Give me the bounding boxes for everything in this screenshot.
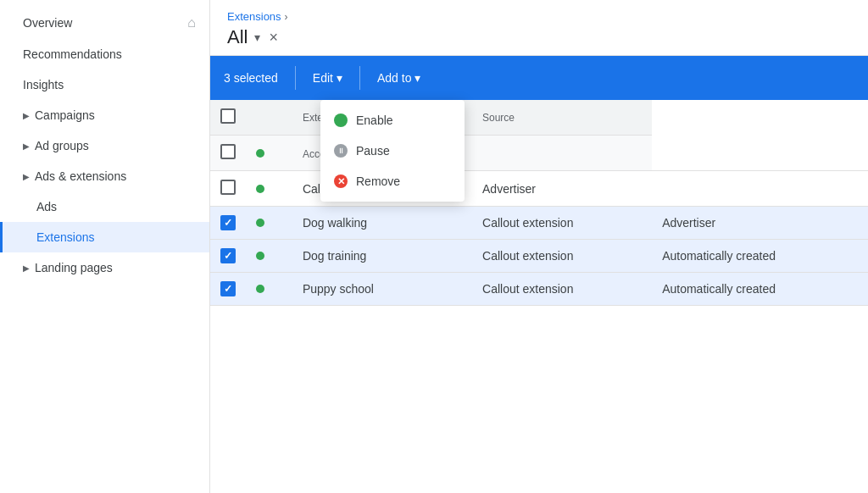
sidebar-item-label: Ad groups [35, 139, 89, 152]
table-row: Dog walking Callout extension Advertiser [210, 207, 868, 240]
status-dot [256, 219, 264, 227]
sidebar-item-label: Insights [23, 78, 64, 91]
edit-dropdown-menu: Enable Pause ✕ Remove [320, 100, 465, 202]
row-status-cell [246, 171, 292, 207]
table-row: Callout extension Advertiser [210, 171, 868, 207]
sidebar-item-ads[interactable]: Ads [0, 191, 209, 222]
sidebar: Overview ⌂ Recommendations Insights ▶ Ca… [0, 0, 210, 493]
header-status [246, 100, 292, 136]
dropdown-arrow-icon[interactable]: ▾ [254, 30, 260, 44]
header: Extensions › All ▾ × [210, 0, 868, 56]
row-source: Advertiser [652, 207, 868, 240]
sidebar-item-label: Campaigns [35, 108, 95, 122]
pause-label: Pause [356, 144, 390, 158]
row-extension-type: Callout extension [472, 240, 652, 273]
remove-label: Remove [356, 174, 400, 188]
table-header-row: Extension type Source [210, 100, 868, 136]
sidebar-item-label: Extensions [36, 230, 94, 244]
row-status-cell [246, 273, 292, 306]
breadcrumb: Extensions › [227, 10, 851, 23]
sidebar-item-extensions[interactable]: Extensions [0, 222, 209, 252]
menu-item-pause[interactable]: Pause [320, 136, 465, 166]
row-checkbox[interactable] [220, 144, 236, 159]
row-checkbox[interactable] [220, 281, 236, 296]
status-dot [256, 149, 264, 158]
add-to-label: Add to [377, 71, 411, 85]
toolbar: 3 selected Edit ▾ Add to ▾ Enable Pause … [210, 56, 868, 100]
menu-item-enable[interactable]: Enable [320, 105, 465, 136]
sidebar-item-label: Recommendations [23, 47, 122, 61]
sidebar-item-landing-pages[interactable]: ▶ Landing pages [0, 252, 209, 283]
table-row: Dog training Callout extension Automatic… [210, 240, 868, 273]
sidebar-item-ads-extensions[interactable]: ▶ Ads & extensions [0, 161, 209, 191]
sidebar-item-label: Overview [23, 16, 72, 30]
sidebar-item-label: Ads [36, 200, 57, 213]
sidebar-item-overview[interactable]: Overview ⌂ [0, 7, 209, 39]
home-icon: ⌂ [187, 15, 196, 30]
arrow-icon: ▶ [23, 263, 30, 273]
status-dot [256, 252, 264, 260]
header-checkbox-cell [210, 100, 246, 136]
selected-count: 3 selected [224, 71, 278, 85]
edit-dropdown-icon: ▾ [337, 71, 342, 85]
row-extension-type: Callout extension [472, 207, 652, 240]
status-dot [256, 185, 264, 193]
extensions-table: Extension type Source Account [210, 100, 868, 306]
edit-button[interactable]: Edit ▾ [299, 64, 356, 91]
page-title: All [227, 26, 248, 48]
arrow-icon: ▶ [23, 111, 30, 120]
header-source: Source [472, 100, 652, 136]
page-title-row: All ▾ × [227, 26, 851, 48]
row-checkbox-cell [210, 171, 246, 207]
sidebar-item-label: Landing pages [35, 261, 113, 274]
main-content: Extensions › All ▾ × 3 selected Edit ▾ A… [210, 0, 868, 493]
row-name: Dog training [292, 240, 472, 273]
pause-status-icon [334, 144, 348, 158]
enable-label: Enable [356, 114, 393, 127]
close-button[interactable]: × [269, 29, 278, 47]
row-checkbox-cell [210, 273, 246, 306]
sidebar-item-label: Ads & extensions [35, 169, 126, 183]
row-source: Advertiser [472, 171, 652, 207]
row-status-cell [246, 207, 292, 240]
row-checkbox-cell [210, 240, 246, 273]
row-extension-type: Callout extension [472, 273, 652, 306]
select-all-checkbox[interactable] [220, 108, 236, 124]
sidebar-item-campaigns[interactable]: ▶ Campaigns [0, 100, 209, 130]
add-to-button[interactable]: Add to ▾ [364, 64, 434, 91]
add-to-dropdown-icon: ▾ [415, 71, 420, 85]
toolbar-divider-2 [359, 66, 360, 90]
row-checkbox[interactable] [220, 215, 236, 230]
table-container: Extension type Source Account [210, 100, 868, 493]
arrow-icon: ▶ [23, 141, 30, 151]
row-status-cell [246, 136, 292, 171]
chevron-icon: › [285, 11, 288, 23]
row-name: Dog walking [292, 207, 472, 240]
sidebar-item-recommendations[interactable]: Recommendations [0, 39, 209, 69]
row-source: Automatically created [652, 273, 868, 306]
row-name: Puppy school [292, 273, 472, 306]
toolbar-divider [295, 66, 296, 90]
edit-label: Edit [313, 71, 333, 85]
arrow-icon: ▶ [23, 172, 30, 181]
row-checkbox-cell [210, 136, 246, 171]
sidebar-item-insights[interactable]: Insights [0, 69, 209, 100]
row-status-cell [246, 240, 292, 273]
row-source: Automatically created [652, 240, 868, 273]
table-row: Puppy school Callout extension Automatic… [210, 273, 868, 306]
row-checkbox[interactable] [220, 248, 236, 263]
row-checkbox-cell [210, 207, 246, 240]
sidebar-item-ad-groups[interactable]: ▶ Ad groups [0, 130, 209, 161]
menu-item-remove[interactable]: ✕ Remove [320, 166, 465, 197]
remove-status-icon: ✕ [334, 174, 348, 188]
breadcrumb-text[interactable]: Extensions [227, 10, 281, 23]
table-row: Account [210, 136, 868, 171]
enable-status-icon [334, 114, 348, 127]
row-checkbox[interactable] [220, 180, 236, 195]
status-dot [256, 285, 264, 293]
